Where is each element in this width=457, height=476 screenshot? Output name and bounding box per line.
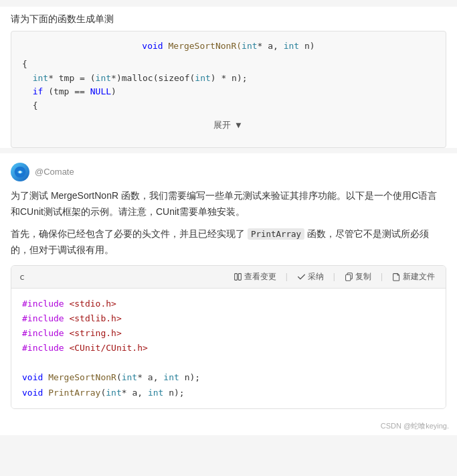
code-line-empty [22,355,435,370]
type-int6: int [122,372,137,382]
kw-if: if [33,86,43,96]
code-lang: c [19,272,25,282]
code-line-3: #include <string.h> [22,326,435,341]
bot-avatar [11,163,29,181]
kw-void2: void [22,372,43,382]
type-int4: int [96,73,111,83]
inc-file-4: <CUnit/CUnit.h> [69,343,147,353]
copy-label: 复制 [355,271,371,283]
code-line-brace2: { [22,99,435,113]
sig-rest1: * a, [258,41,284,51]
new-file-btn[interactable]: 新建文件 [389,270,438,284]
kw-null: NULL [90,86,111,96]
inc-file-2: <stdlib.h> [69,313,121,323]
type-int2: int [284,41,299,51]
code-line-5: void MergeSortNonR(int* a, int n); [22,370,435,385]
type-int9: int [148,388,163,398]
code-line-4: #include <CUnit/CUnit.h> [22,341,435,355]
new-file-label: 新建文件 [403,271,435,283]
response-paragraph2: 首先，确保你已经包含了必要的头文件，并且已经实现了 PrintArray 函数，… [11,226,446,258]
kw-void3: void [22,388,43,398]
code-file-header: c 查看变更 | 采纳 | 复制 | [11,266,446,289]
svg-rect-1 [234,274,237,281]
type-int3: int [33,73,48,83]
inc-file-3: <string.h> [69,328,121,338]
sep2: | [333,272,335,281]
page-wrapper: 请为下面的函数生成单测 void MergeSortNonR(int* a, i… [0,0,457,442]
inc-file-1: <stdio.h> [69,299,116,309]
svg-rect-4 [346,274,351,281]
sep1: | [286,272,288,281]
inc-1: #include [22,299,64,309]
bot-name: @Comate [35,167,74,177]
type-int8: int [106,388,121,398]
inc-4: #include [22,343,64,353]
view-changes-label: 查看变更 [244,271,276,283]
code-content: #include <stdio.h> #include <stdlib.h> #… [11,289,446,408]
inc-2: #include [22,313,64,323]
code-line-brace: { [22,58,435,72]
adopt-btn[interactable]: 采纳 [294,270,327,284]
type-int5: int [195,73,210,83]
kw-void: void [142,41,163,51]
adopt-label: 采纳 [308,271,324,283]
code-line-1: #include <stdio.h> [22,297,435,311]
bot-header: @Comate [11,163,446,181]
code-line-6: void PrintArray(int* a, int n); [22,386,435,400]
fn-mergesort: MergeSortNonR( [168,41,242,51]
fn-printarray: PrintArray [48,388,100,398]
type-int1: int [242,41,257,51]
inline-code-printarray: PrintArray [248,228,304,240]
para2-before: 首先，确保你已经包含了必要的头文件，并且已经实现了 [11,228,245,239]
expand-label: 展开 ▼ [213,118,242,133]
copy-btn[interactable]: 复制 [342,270,374,284]
inc-3: #include [22,328,64,338]
code-line-if: if (tmp == NULL) [22,85,435,99]
response-paragraph1: 为了测试 MergeSortNonR 函数，我们需要编写一些单元测试来验证其排序… [11,188,446,220]
svg-rect-2 [238,274,241,281]
response-section: @Comate 为了测试 MergeSortNonR 函数，我们需要编写一些单元… [0,153,457,418]
sep3: | [381,272,383,281]
prompt-section: 请为下面的函数生成单测 void MergeSortNonR(int* a, i… [0,7,457,148]
type-int7: int [163,372,179,382]
watermark: CSDN @蛇喰keying. [0,418,457,435]
expand-button[interactable]: 展开 ▼ [22,113,435,139]
func-signature: void MergeSortNonR(int* a, int n) [22,39,435,54]
code-line-tmp: int* tmp = (int*)malloc(sizeof(int) * n)… [22,72,435,86]
code-line-2: #include <stdlib.h> [22,311,435,326]
prompt-label: 请为下面的函数生成单测 [11,13,446,25]
code-file-wrapper: c 查看变更 | 采纳 | 复制 | [11,265,446,409]
view-changes-btn[interactable]: 查看变更 [231,270,279,284]
code-file-actions: 查看变更 | 采纳 | 复制 | 新建文件 [231,270,438,284]
code-block-prompt: void MergeSortNonR(int* a, int n) { int*… [11,31,446,148]
fn-mergesort2: MergeSortNonR [48,372,116,382]
sig-rest2: n) [299,41,314,51]
